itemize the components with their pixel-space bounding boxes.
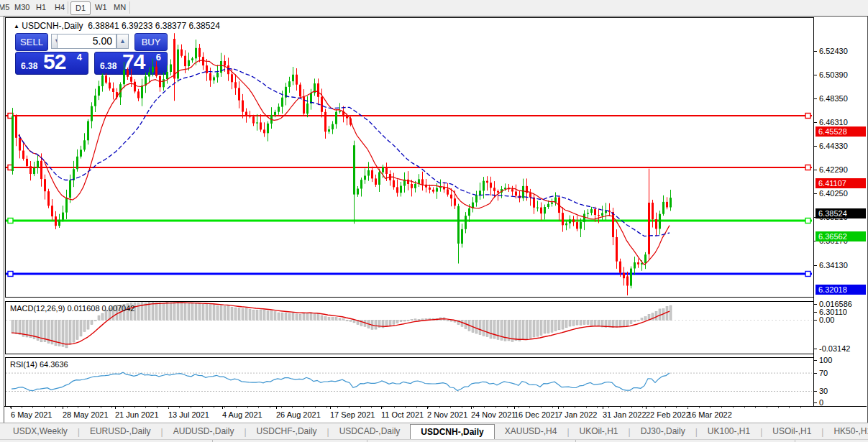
minor-tick (111, 407, 112, 408)
axis-tick (814, 265, 817, 266)
timeframe-button-d1[interactable]: D1 (70, 1, 91, 15)
date-tick-label: 16 Mar 2022 (687, 410, 732, 419)
axis-tick (814, 373, 817, 374)
chart-tab-usdcad-daily[interactable]: USDCAD-,Daily (329, 424, 411, 439)
chart-tab-uk100-h1[interactable]: UK100-,H1 (698, 424, 760, 439)
timeframe-button-w1[interactable]: W1 (91, 1, 111, 14)
minor-tick (22, 407, 22, 408)
minor-tick (101, 407, 101, 408)
minor-tick (191, 407, 191, 408)
timeframe-toolbar: M5M30H1H4D1W1MN (0, 0, 868, 17)
minor-tick (654, 407, 654, 408)
date-tick-label: 17 Sep 2021 (330, 410, 375, 419)
minor-tick (541, 407, 542, 408)
price-level-label: 6.36562 (816, 231, 866, 241)
minor-tick (699, 407, 700, 408)
minor-tick (710, 407, 711, 408)
chart-tab-usdx-weekly[interactable]: USDX,Weekly (3, 424, 78, 439)
minor-tick (32, 407, 33, 408)
chart-tab-bar: USDX,Weekly|EURUSD-,Daily|AUDUSD-,Daily|… (0, 423, 868, 440)
minor-tick (676, 407, 677, 408)
minor-tick (179, 407, 180, 408)
rsi-pane[interactable]: RSI(14) 64.3636 (5, 357, 814, 407)
date-axis[interactable]: 6 May 202128 May 202121 Jun 202113 Jul 2… (4, 406, 867, 423)
axis-tick (814, 193, 817, 194)
minor-tick (586, 407, 587, 408)
axis-tick (814, 51, 817, 52)
date-tick-label: 16 Dec 2021 (514, 410, 559, 419)
timeframe-button-m30[interactable]: M30 (10, 1, 34, 14)
minor-tick (495, 407, 496, 408)
status-strip (0, 439, 868, 442)
macd-tick-label: 0.00 (819, 316, 834, 324)
chart-tab-usoil-h1[interactable]: USOil-,H1 (762, 424, 821, 439)
axis-tick (814, 170, 817, 170)
minor-tick (258, 407, 259, 408)
minor-tick (145, 407, 146, 408)
chart-tab-eurusd-daily[interactable]: EURUSD-,Daily (80, 424, 161, 439)
price-tick-label: 6.52430 (819, 47, 848, 55)
date-tick-label: 31 Jan 2022 (603, 410, 647, 419)
date-tick-label: 6 May 2021 (11, 410, 52, 419)
axis-tick (814, 122, 817, 123)
minor-tick (597, 407, 598, 408)
chart-tab-dj30-daily[interactable]: DJ30-,Daily (631, 424, 695, 439)
date-tick (381, 407, 382, 409)
chart-tab-usdchf-daily[interactable]: USDCHF-,Daily (247, 424, 327, 439)
minor-tick (202, 407, 203, 408)
date-tick-label: 22 Feb 2022 (646, 410, 690, 419)
rsi-chart (6, 358, 812, 405)
price-level-label: 6.32018 (816, 285, 866, 295)
minor-tick (383, 407, 383, 408)
price-pane[interactable]: ▲ USDCNH-,Daily 6.38841 6.39233 6.38377 … (5, 17, 814, 298)
timeframe-button-mn[interactable]: MN (109, 1, 130, 14)
date-tick-label: 26 Aug 2021 (276, 410, 321, 419)
minor-tick (134, 407, 135, 408)
minor-tick (518, 407, 519, 408)
date-tick-label: 13 Jul 2021 (168, 410, 209, 419)
minor-tick (236, 407, 237, 408)
chart-tab-audusd-daily[interactable]: AUDUSD-,Daily (163, 424, 245, 439)
minor-tick (665, 407, 666, 408)
minor-tick (78, 407, 78, 408)
rsi-tick-label: 30 (819, 387, 828, 395)
toolbar-separator (68, 1, 68, 14)
minor-tick (224, 407, 225, 408)
minor-tick (428, 407, 429, 408)
date-tick-label: 24 Nov 2021 (471, 410, 516, 419)
chart-tab-ukoil-h1[interactable]: UKOil-,H1 (570, 424, 629, 439)
price-tick-label: 6.40250 (819, 189, 848, 198)
minor-tick (394, 407, 395, 408)
rsi-tick-label: 100 (819, 356, 832, 364)
axis-tick (814, 312, 817, 313)
macd-pane[interactable]: MACD(12,26,9) 0.011608 0.007042 (5, 301, 814, 354)
date-tick-label: 28 May 2021 (63, 410, 109, 419)
minor-tick (67, 407, 68, 408)
price-level-label: 6.45528 (816, 126, 866, 137)
date-tick (646, 407, 647, 409)
date-tick (222, 407, 223, 409)
chart-tab-hk50-h1[interactable]: HK50-,H1 (823, 424, 868, 439)
axis-tick (814, 402, 817, 403)
macd-tick-label: -0.03142 (819, 344, 850, 353)
minor-tick (281, 407, 282, 408)
date-tick (63, 407, 63, 409)
timeframe-button-h4[interactable]: H4 (50, 1, 69, 14)
minor-tick (44, 407, 45, 408)
minor-tick (214, 407, 214, 408)
price-tick-label: 6.44330 (819, 142, 848, 150)
toolbar-separator (129, 1, 130, 14)
chart-tab-xauusd-h4[interactable]: XAUUSD-,H4 (495, 424, 567, 439)
price-axis[interactable]: 6.524306.503906.483506.463106.443306.422… (813, 17, 867, 405)
chart-tab-usdcnh-daily[interactable]: USDCNH-,Daily (410, 424, 494, 441)
date-tick (471, 407, 472, 409)
price-level-label: 6.38524 (816, 208, 866, 218)
candlestick-chart[interactable] (6, 18, 812, 295)
axis-tick (814, 98, 817, 99)
minor-tick (631, 407, 632, 408)
date-tick (330, 407, 331, 409)
minor-tick (484, 407, 485, 408)
timeframe-button-h1[interactable]: H1 (32, 1, 50, 14)
minor-tick (405, 407, 406, 408)
price-tick-label: 6.50390 (819, 70, 848, 79)
